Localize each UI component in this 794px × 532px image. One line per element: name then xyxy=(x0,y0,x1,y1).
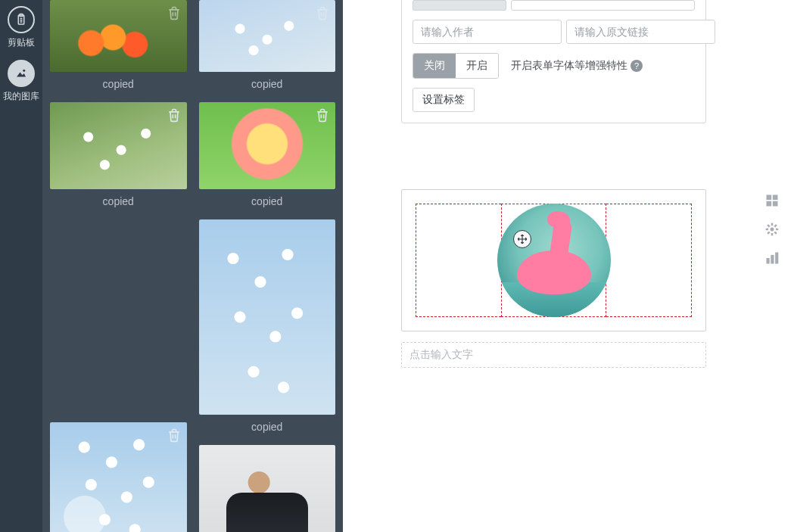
text-slot[interactable]: 点击输入文字 xyxy=(401,342,706,368)
trash-icon[interactable] xyxy=(164,3,184,23)
thumb-caption: copied xyxy=(50,192,187,209)
thumb-caption: copied xyxy=(199,75,336,92)
thumb[interactable] xyxy=(50,422,187,532)
editor-area: 关闭 开启 开启表单字体等增强特性 ? 设置标签 xyxy=(343,0,794,532)
svg-line-16 xyxy=(774,232,777,234)
rail-label-clipboard: 剪贴板 xyxy=(0,36,42,49)
rail-item-clipboard[interactable]: 剪贴板 xyxy=(0,3,42,57)
svg-rect-19 xyxy=(767,258,770,264)
placed-image[interactable] xyxy=(497,204,611,317)
image-drop-zone[interactable] xyxy=(401,189,706,331)
svg-line-17 xyxy=(768,232,770,234)
burst-icon[interactable] xyxy=(762,219,782,239)
gallery-panel: copied copied xyxy=(42,0,343,532)
gallery-col-right: copied copied copied xyxy=(199,0,336,532)
settings-card: 关闭 开启 开启表单字体等增强特性 ? 设置标签 xyxy=(401,0,706,123)
grid-icon[interactable] xyxy=(762,191,782,210)
svg-rect-6 xyxy=(767,195,772,201)
enhance-toggle: 关闭 开启 xyxy=(413,53,499,79)
thumb-caption: copied xyxy=(199,418,336,434)
trash-icon[interactable] xyxy=(313,105,332,125)
thumb[interactable] xyxy=(50,102,187,189)
enhance-feature-text: 开启表单字体等增强特性 xyxy=(511,59,627,73)
toggle-on-button[interactable]: 开启 xyxy=(456,54,498,78)
thumb-caption: copied xyxy=(50,75,187,92)
canvas-block: 点击输入文字 xyxy=(401,189,706,368)
toggle-pill-left[interactable] xyxy=(413,0,506,11)
blank-input[interactable] xyxy=(511,0,695,11)
thumb[interactable] xyxy=(50,0,187,72)
thumb[interactable] xyxy=(199,102,336,189)
thumb[interactable] xyxy=(199,0,336,72)
trash-icon[interactable] xyxy=(164,105,184,125)
svg-point-10 xyxy=(771,228,774,232)
svg-line-15 xyxy=(768,225,770,227)
left-rail: 剪贴板 我的图库 xyxy=(0,0,42,532)
svg-rect-20 xyxy=(771,255,774,264)
svg-rect-9 xyxy=(773,201,778,207)
thumb-image xyxy=(199,219,336,415)
svg-rect-7 xyxy=(773,195,778,201)
thumb-badge xyxy=(64,496,106,532)
thumb-image xyxy=(199,445,336,532)
source-url-input[interactable] xyxy=(566,20,715,44)
trash-icon[interactable] xyxy=(164,425,184,445)
svg-rect-8 xyxy=(767,201,772,207)
rail-item-library[interactable]: 我的图库 xyxy=(0,57,42,110)
side-tools xyxy=(762,191,785,268)
thumb[interactable] xyxy=(199,219,336,415)
svg-point-5 xyxy=(23,70,25,72)
bars-icon[interactable] xyxy=(762,248,782,268)
set-tags-button[interactable]: 设置标签 xyxy=(413,88,475,112)
svg-rect-21 xyxy=(775,253,778,264)
thumb-caption: copied xyxy=(199,192,336,209)
rail-label-library: 我的图库 xyxy=(0,90,42,103)
svg-line-18 xyxy=(774,225,777,227)
toggle-off-button[interactable]: 关闭 xyxy=(413,54,456,78)
thumb[interactable] xyxy=(199,445,336,532)
image-library-icon xyxy=(8,60,35,87)
help-icon[interactable]: ? xyxy=(631,60,643,72)
clipboard-icon xyxy=(8,6,35,33)
enhance-feature-label: 开启表单字体等增强特性 ? xyxy=(511,59,643,73)
trash-icon[interactable] xyxy=(313,3,332,23)
author-input[interactable] xyxy=(413,20,562,44)
gallery-col-left: copied copied xyxy=(50,0,187,532)
